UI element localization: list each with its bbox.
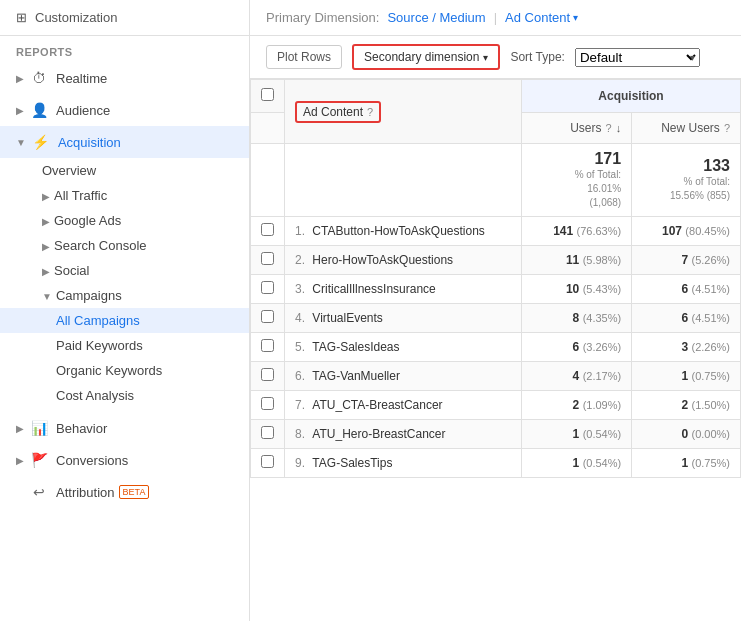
acquisition-label: Acquisition	[58, 135, 121, 150]
row-users-cell: 4 (2.17%)	[522, 362, 632, 391]
row-new-users-cell: 1 (0.75%)	[632, 449, 741, 478]
topbar: Primary Dimension: Source / Medium | Ad …	[250, 0, 741, 36]
row-checkbox[interactable]	[261, 252, 274, 265]
row-new-users-pct: (0.00%)	[691, 428, 730, 440]
row-new-users-val: 1	[681, 456, 688, 470]
row-name: CriticalIllnessInsurance	[312, 282, 435, 296]
row-name: VirtualEvents	[312, 311, 382, 325]
row-users-pct: (5.43%)	[583, 283, 622, 295]
sidebar-item-paid-keywords[interactable]: Paid Keywords	[0, 333, 249, 358]
sidebar-item-search-console[interactable]: ▶Search Console	[0, 233, 249, 258]
sidebar-item-organic-keywords[interactable]: Organic Keywords	[0, 358, 249, 383]
sidebar-item-behavior[interactable]: ▶ 📊 Behavior	[0, 412, 249, 444]
row-checkbox-cell	[251, 217, 285, 246]
row-users-cell: 10 (5.43%)	[522, 275, 632, 304]
row-users-pct: (5.98%)	[583, 254, 622, 266]
users-header-wrap: Users ? ↓	[532, 121, 621, 135]
realtime-label: Realtime	[56, 71, 107, 86]
secondary-dim-label: Secondary dimension	[364, 50, 479, 64]
total-users-cell: 171 % of Total:16.01%(1,068)	[522, 144, 632, 217]
sidebar-item-audience[interactable]: ▶ 👤 Audience	[0, 94, 249, 126]
ad-content-chevron: ▾	[573, 12, 578, 23]
row-checkbox-cell	[251, 246, 285, 275]
controls-bar: Plot Rows Secondary dimension ▾ Sort Typ…	[250, 36, 741, 79]
ad-content-question-icon: ?	[367, 106, 373, 118]
row-new-users-val: 107	[662, 224, 682, 238]
audience-icon: 👤	[30, 101, 48, 119]
ad-content-dropdown[interactable]: Ad Content ▾	[505, 10, 578, 25]
conversions-arrow: ▶	[16, 455, 24, 466]
conversions-label: Conversions	[56, 453, 128, 468]
row-new-users-pct: (0.75%)	[691, 457, 730, 469]
sidebar-item-all-campaigns[interactable]: All Campaigns	[0, 308, 249, 333]
row-checkbox[interactable]	[261, 397, 274, 410]
sidebar-item-cost-analysis[interactable]: Cost Analysis	[0, 383, 249, 408]
realtime-arrow: ▶	[16, 73, 24, 84]
source-medium-link[interactable]: Source / Medium	[387, 10, 485, 25]
row-checkbox-cell	[251, 362, 285, 391]
row-users-pct: (0.54%)	[583, 428, 622, 440]
row-users-cell: 1 (0.54%)	[522, 420, 632, 449]
sort-type-select[interactable]: Default Absolute Change Weighted Sort Va…	[575, 48, 700, 67]
row-name: TAG-VanMueller	[312, 369, 400, 383]
secondary-dimension-button[interactable]: Secondary dimension ▾	[352, 44, 500, 70]
sidebar-item-social[interactable]: ▶Social	[0, 258, 249, 283]
table-row: 4. VirtualEvents 8 (4.35%) 6 (4.51%)	[251, 304, 741, 333]
plot-rows-button[interactable]: Plot Rows	[266, 45, 342, 69]
acquisition-arrow: ▼	[16, 137, 26, 148]
row-checkbox[interactable]	[261, 368, 274, 381]
behavior-label: Behavior	[56, 421, 107, 436]
row-checkbox[interactable]	[261, 223, 274, 236]
row-new-users-cell: 2 (1.50%)	[632, 391, 741, 420]
col-new-users-header: New Users ?	[632, 113, 741, 144]
sidebar-item-realtime[interactable]: ▶ ⏱ Realtime	[0, 62, 249, 94]
col-checkbox-header	[251, 80, 285, 113]
new-users-label: New Users	[661, 121, 720, 135]
attribution-label: Attribution	[56, 485, 115, 500]
sidebar-item-acquisition[interactable]: ▼ ⚡ Acquisition	[0, 126, 249, 158]
row-users-val: 1	[573, 427, 580, 441]
row-new-users-val: 7	[681, 253, 688, 267]
sidebar-top[interactable]: ⊞ Customization	[0, 0, 249, 36]
row-new-users-cell: 6 (4.51%)	[632, 275, 741, 304]
select-all-checkbox[interactable]	[261, 88, 274, 101]
row-checkbox[interactable]	[261, 310, 274, 323]
row-users-val: 141	[553, 224, 573, 238]
row-checkbox[interactable]	[261, 426, 274, 439]
sidebar-item-google-ads[interactable]: ▶Google Ads	[0, 208, 249, 233]
ad-content-box-label: Ad Content	[303, 105, 363, 119]
sidebar-item-campaigns[interactable]: ▼Campaigns	[0, 283, 249, 308]
sidebar-item-overview[interactable]: Overview	[0, 158, 249, 183]
new-users-question-icon: ?	[724, 122, 730, 134]
row-users-val: 6	[573, 340, 580, 354]
sidebar-item-all-traffic[interactable]: ▶All Traffic	[0, 183, 249, 208]
conversions-icon: 🚩	[30, 451, 48, 469]
row-checkbox[interactable]	[261, 455, 274, 468]
ad-content-header-wrap: Ad Content ?	[295, 101, 511, 123]
users-question-icon: ?	[606, 122, 612, 134]
row-checkbox[interactable]	[261, 281, 274, 294]
row-checkbox[interactable]	[261, 339, 274, 352]
row-checkbox-cell	[251, 449, 285, 478]
sidebar-item-conversions[interactable]: ▶ 🚩 Conversions	[0, 444, 249, 476]
row-name-cell: 1. CTAButton-HowToAskQuestions	[285, 217, 522, 246]
row-users-val: 1	[573, 456, 580, 470]
row-users-val: 11	[566, 253, 579, 267]
secondary-dim-chevron: ▾	[483, 52, 488, 63]
ad-content-text: Ad Content	[505, 10, 570, 25]
table-row: 7. ATU_CTA-BreastCancer 2 (1.09%) 2 (1.5…	[251, 391, 741, 420]
row-number: 2.	[295, 253, 305, 267]
total-new-users-cell: 133 % of Total:15.56% (855)	[632, 144, 741, 217]
row-new-users-cell: 107 (80.45%)	[632, 217, 741, 246]
row-users-cell: 6 (3.26%)	[522, 333, 632, 362]
users-sort-arrow[interactable]: ↓	[616, 122, 622, 134]
users-label: Users	[570, 121, 601, 135]
row-name-cell: 4. VirtualEvents	[285, 304, 522, 333]
realtime-icon: ⏱	[30, 69, 48, 87]
row-number: 7.	[295, 398, 305, 412]
sidebar-item-attribution[interactable]: ▶ ↩ Attribution BETA	[0, 476, 249, 508]
row-users-cell: 8 (4.35%)	[522, 304, 632, 333]
row-new-users-val: 6	[681, 282, 688, 296]
total-label-cell	[285, 144, 522, 217]
sort-type-label: Sort Type:	[510, 50, 564, 64]
